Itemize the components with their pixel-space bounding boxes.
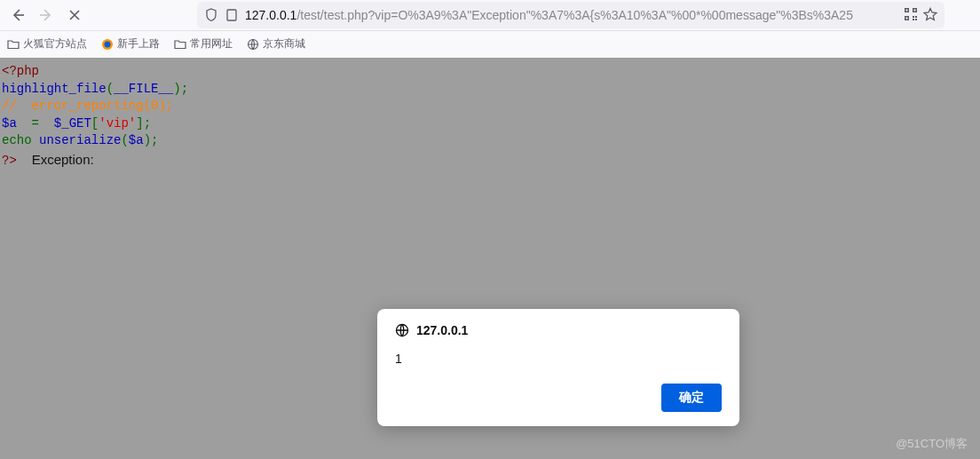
back-button[interactable] [5, 3, 30, 28]
bookmark-item-common-sites[interactable]: 常用网址 [174, 36, 233, 51]
folder-icon [174, 38, 186, 51]
code-line-5: echo unserialize($a); [2, 132, 978, 150]
code-line-3: // error_reporting(0); [2, 98, 978, 115]
url-text: 127.0.0.1/test/test.php?vip=O%3A9%3A"Exc… [245, 8, 897, 22]
arrow-right-icon [39, 8, 53, 22]
url-actions [904, 7, 937, 24]
code-line-1: <?php [2, 63, 978, 81]
svg-point-12 [105, 41, 111, 47]
url-host: 127.0.0.1 [245, 8, 296, 22]
svg-rect-5 [915, 16, 917, 18]
forward-button[interactable] [34, 3, 59, 28]
alert-dialog: 127.0.0.1 1 确定 [377, 309, 739, 426]
firefox-icon [101, 38, 114, 51]
svg-rect-10 [906, 17, 908, 19]
star-icon[interactable] [923, 7, 937, 24]
bookmark-label: 京东商城 [263, 36, 305, 51]
watermark: @51CTO博客 [896, 436, 968, 452]
close-icon [68, 9, 81, 21]
svg-rect-8 [906, 9, 908, 11]
code-line-4: $a = $_GET['vip']; [2, 115, 978, 133]
bookmark-label: 新手上路 [117, 36, 160, 51]
arrow-left-icon [11, 8, 25, 22]
globe-icon [247, 38, 259, 51]
stop-button[interactable] [62, 3, 87, 28]
url-bar[interactable]: 127.0.0.1/test/test.php?vip=O%3A9%3A"Exc… [197, 2, 944, 28]
url-path: /test/test.php?vip=O%3A9%3A"Exception"%3… [296, 8, 853, 22]
svg-rect-6 [913, 19, 914, 20]
code-line-2: highlight_file(__FILE__); [2, 81, 978, 99]
bookmark-item-jd[interactable]: 京东商城 [247, 36, 305, 51]
globe-icon [395, 323, 409, 337]
folder-icon [7, 38, 20, 51]
bookmarks-toolbar: 火狐官方站点 新手上路 常用网址 京东商城 [0, 30, 980, 57]
browser-chrome: 127.0.0.1/test/test.php?vip=O%3A9%3A"Exc… [0, 0, 980, 58]
dialog-ok-button[interactable]: 确定 [661, 384, 722, 412]
dialog-header: 127.0.0.1 [395, 323, 722, 337]
page-content: <?php highlight_file(__FILE__); // error… [0, 58, 980, 172]
svg-rect-9 [914, 9, 916, 11]
dialog-footer: 确定 [395, 384, 722, 412]
exception-output: Exception: [32, 152, 94, 167]
bookmark-item-getting-started[interactable]: 新手上路 [101, 36, 160, 51]
svg-rect-7 [915, 19, 917, 20]
bookmark-label: 火狐官方站点 [23, 36, 87, 51]
bookmark-item-firefox-official[interactable]: 火狐官方站点 [7, 36, 87, 51]
dialog-message: 1 [395, 352, 722, 366]
shield-icon [204, 8, 218, 22]
code-line-6: ?> Exception: [2, 150, 978, 170]
svg-rect-4 [913, 16, 914, 18]
bookmark-label: 常用网址 [190, 36, 233, 51]
qr-icon[interactable] [904, 7, 918, 24]
nav-toolbar: 127.0.0.1/test/test.php?vip=O%3A9%3A"Exc… [0, 0, 980, 30]
dialog-host: 127.0.0.1 [416, 323, 468, 337]
page-icon [225, 9, 238, 21]
svg-rect-0 [227, 10, 236, 20]
